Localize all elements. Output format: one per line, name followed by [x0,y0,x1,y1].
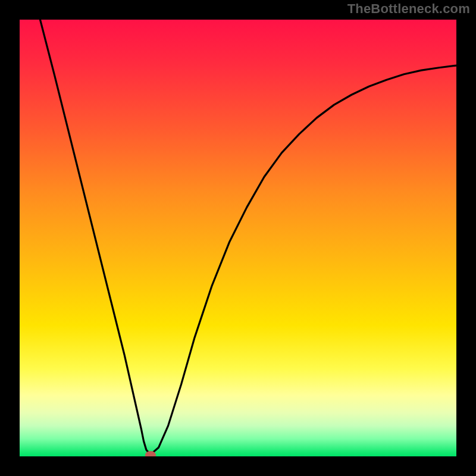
bottleneck-curve [20,20,456,456]
plot-area [20,20,456,456]
min-marker-icon [145,451,156,456]
curve-path [40,20,457,453]
chart-frame: TheBottleneck.com [0,0,476,476]
watermark-text: TheBottleneck.com [347,1,470,17]
